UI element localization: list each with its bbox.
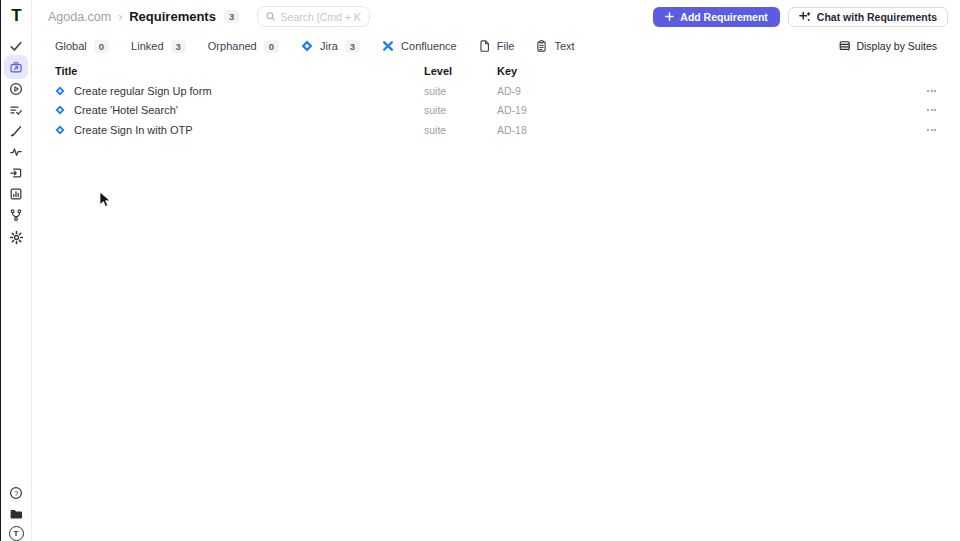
plus-icon bbox=[665, 12, 674, 21]
requirement-title-cell: Create regular Sign Up form bbox=[55, 85, 424, 97]
activity-icon bbox=[9, 145, 23, 159]
add-requirement-button[interactable]: Add Requirement bbox=[653, 7, 780, 27]
play-circle-icon bbox=[9, 82, 23, 96]
chart-icon bbox=[9, 187, 23, 201]
row-more-menu[interactable] bbox=[926, 106, 937, 114]
filter-linked-count: 3 bbox=[171, 40, 186, 53]
requirement-title-cell: Create 'Hotel Search' bbox=[55, 104, 424, 116]
filter-linked[interactable]: Linked 3 bbox=[131, 40, 186, 53]
mouse-cursor bbox=[99, 191, 111, 208]
page-title: Requirements bbox=[129, 9, 216, 24]
branch-icon bbox=[9, 208, 23, 222]
filter-global-label: Global bbox=[55, 40, 87, 52]
avatar-letter: T bbox=[9, 526, 24, 541]
chat-with-requirements-label: Chat with Requirements bbox=[817, 11, 937, 23]
sidebar-item-requirements[interactable] bbox=[4, 55, 28, 79]
table-row[interactable]: Create regular Sign Up form suite AD-9 bbox=[32, 81, 960, 101]
requirement-key: AD-18 bbox=[497, 124, 909, 136]
breadcrumb-separator: › bbox=[118, 10, 122, 24]
user-avatar[interactable]: T bbox=[4, 521, 28, 541]
folder-icon bbox=[9, 507, 23, 521]
requirement-key: AD-19 bbox=[497, 104, 909, 116]
row-more-menu[interactable] bbox=[926, 87, 937, 95]
chat-with-requirements-button[interactable]: Chat with Requirements bbox=[788, 7, 948, 27]
requirement-title: Create Sign In with OTP bbox=[74, 124, 193, 136]
settings-gear-icon bbox=[9, 230, 24, 245]
app-logo[interactable]: T bbox=[4, 4, 28, 28]
sparkles-icon bbox=[799, 11, 811, 23]
requirement-key: AD-9 bbox=[497, 85, 909, 97]
requirement-title: Create 'Hotel Search' bbox=[74, 104, 178, 116]
svg-text:?: ? bbox=[14, 489, 18, 498]
logo-letter: T bbox=[11, 6, 20, 26]
filter-text[interactable]: Text bbox=[536, 40, 574, 52]
list-check-icon bbox=[9, 103, 23, 117]
requirement-level: suite bbox=[424, 104, 497, 116]
filter-confluence-label: Confluence bbox=[401, 40, 457, 52]
brush-icon bbox=[9, 124, 23, 138]
filter-file[interactable]: File bbox=[479, 40, 515, 52]
search-input[interactable] bbox=[281, 11, 362, 23]
sidebar-item-settings[interactable] bbox=[4, 225, 28, 249]
filter-global[interactable]: Global 0 bbox=[55, 40, 109, 53]
clipboard-icon bbox=[536, 40, 547, 52]
file-icon bbox=[479, 40, 490, 52]
requirement-title: Create regular Sign Up form bbox=[74, 85, 212, 97]
top-bar: Agoda.com › Requirements 3 Add Requireme… bbox=[32, 0, 960, 33]
sidebar-item-integrations[interactable] bbox=[4, 203, 28, 227]
column-key: Key bbox=[497, 65, 909, 77]
jira-icon bbox=[55, 105, 65, 115]
confluence-icon bbox=[382, 40, 394, 52]
import-icon bbox=[9, 166, 23, 180]
jira-icon bbox=[301, 40, 313, 52]
display-by-suites-label: Display by Suites bbox=[856, 40, 937, 52]
column-level: Level bbox=[424, 65, 497, 77]
filter-jira[interactable]: Jira 3 bbox=[301, 40, 360, 53]
table-body: Create regular Sign Up form suite AD-9 C… bbox=[32, 81, 960, 140]
add-requirement-label: Add Requirement bbox=[680, 11, 768, 23]
requirement-title-cell: Create Sign In with OTP bbox=[55, 124, 424, 136]
filter-bar: Global 0 Linked 3 Orphaned 0 Jira 3 Conf… bbox=[32, 33, 960, 59]
breadcrumb-project[interactable]: Agoda.com bbox=[48, 10, 111, 24]
jira-icon bbox=[55, 125, 65, 135]
search-box[interactable] bbox=[257, 6, 370, 27]
table-header: Title Level Key bbox=[32, 62, 960, 80]
filter-text-label: Text bbox=[554, 40, 574, 52]
requirement-level: suite bbox=[424, 124, 497, 136]
requirements-count-badge: 3 bbox=[224, 10, 239, 23]
filter-orphaned-label: Orphaned bbox=[208, 40, 257, 52]
filter-jira-label: Jira bbox=[320, 40, 338, 52]
filter-file-label: File bbox=[497, 40, 515, 52]
table-row[interactable]: Create 'Hotel Search' suite AD-19 bbox=[32, 101, 960, 121]
filter-linked-label: Linked bbox=[131, 40, 163, 52]
table-layout-icon bbox=[839, 40, 851, 52]
filter-orphaned[interactable]: Orphaned 0 bbox=[208, 40, 279, 53]
help-icon: ? bbox=[9, 486, 23, 500]
row-more-menu[interactable] bbox=[926, 126, 937, 134]
requirements-briefcase-icon bbox=[9, 60, 23, 74]
search-icon bbox=[266, 11, 275, 22]
filter-global-count: 0 bbox=[94, 40, 109, 53]
display-by-suites-toggle[interactable]: Display by Suites bbox=[839, 40, 937, 52]
table-row[interactable]: Create Sign In with OTP suite AD-18 bbox=[32, 120, 960, 140]
filter-jira-count: 3 bbox=[345, 40, 360, 53]
filter-orphaned-count: 0 bbox=[264, 40, 279, 53]
check-icon bbox=[9, 39, 23, 53]
jira-icon bbox=[55, 86, 65, 96]
sidebar: T bbox=[1, 0, 32, 541]
requirement-level: suite bbox=[424, 85, 497, 97]
filter-confluence[interactable]: Confluence bbox=[382, 40, 457, 52]
column-title: Title bbox=[55, 65, 424, 77]
